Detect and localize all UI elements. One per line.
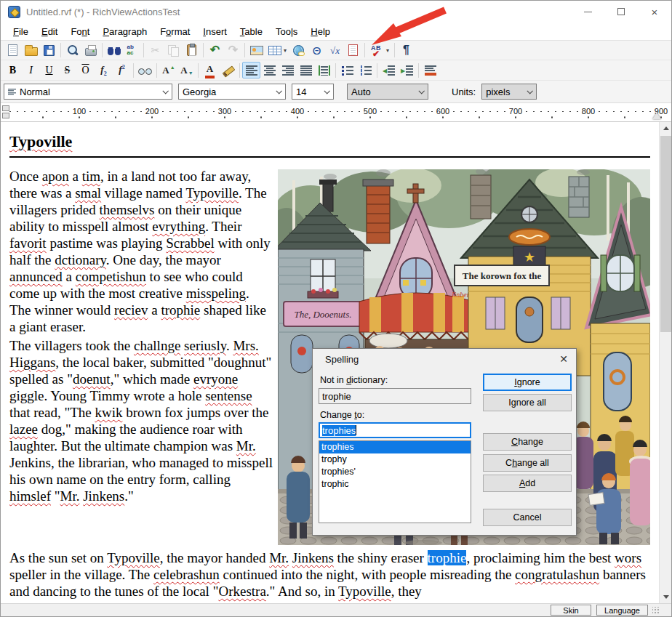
find-button[interactable]	[105, 42, 123, 59]
title-bar: Untitled.rvf (*) - RichViewActionsTest ×	[1, 1, 671, 23]
text-run: ." And so, in	[266, 584, 338, 599]
insert-image-button[interactable]	[247, 42, 265, 59]
add-button[interactable]: Add	[483, 475, 572, 492]
paste-button[interactable]	[183, 42, 201, 59]
change-button[interactable]: Change	[483, 433, 572, 451]
close-button[interactable]: ×	[638, 1, 671, 23]
align-center-button[interactable]	[260, 62, 279, 78]
increase-indent-button[interactable]: ▶	[398, 62, 416, 78]
menu-help[interactable]: Help	[304, 25, 337, 39]
chevron-down-icon	[162, 88, 168, 94]
print-button[interactable]	[81, 42, 100, 59]
cancel-button[interactable]: Cancel	[483, 509, 572, 526]
font-name-combo[interactable]: Georgia	[178, 84, 286, 100]
maximize-button[interactable]	[604, 1, 638, 23]
suggestion-item[interactable]: trophies'	[319, 466, 471, 478]
align-left-button[interactable]	[242, 62, 260, 78]
language-button[interactable]: Language	[596, 605, 648, 616]
hyperlink-button[interactable]	[289, 42, 308, 59]
resize-grip[interactable]	[652, 607, 660, 614]
open-button[interactable]	[22, 42, 40, 59]
overline-glyph: O	[81, 65, 89, 76]
replace-button[interactable]: abac	[123, 42, 141, 59]
overline-button[interactable]: O	[76, 62, 95, 78]
subscript-button[interactable]: f2	[95, 62, 113, 78]
justify-button[interactable]	[297, 62, 315, 78]
scroll-up-button[interactable]	[660, 122, 671, 134]
formatting-marks-button[interactable]: ¶	[397, 42, 415, 59]
bullet-list-glyph	[342, 65, 353, 76]
suggestions-list[interactable]: trophiestrophytrophies'trophic	[319, 440, 471, 523]
menu-insert[interactable]: Insert	[196, 25, 233, 39]
paste-glyph	[187, 44, 196, 56]
new-document-glyph	[8, 44, 17, 56]
redo-button[interactable]: ↷	[224, 42, 242, 59]
equation-button[interactable]: √x	[326, 42, 344, 59]
minimize-button[interactable]	[571, 1, 604, 23]
scrollbar-thumb[interactable]	[660, 136, 671, 332]
highlight-button[interactable]	[219, 62, 237, 78]
menu-font[interactable]: Font	[64, 25, 96, 39]
suggestion-item[interactable]: trophic	[319, 478, 471, 491]
insert-symbol-button[interactable]: Θ	[308, 42, 326, 59]
toolbar-separator	[203, 43, 204, 57]
bold-button[interactable]: B	[4, 62, 22, 78]
undo-button[interactable]: ↶	[206, 42, 224, 59]
copy-button[interactable]	[164, 42, 183, 59]
menu-file[interactable]: File	[7, 25, 35, 39]
menu-tools[interactable]: Tools	[269, 25, 304, 39]
grow-font-button[interactable]: A▲	[159, 62, 177, 78]
insert-document-button[interactable]	[344, 42, 362, 59]
superscript-glyph: f2	[119, 64, 124, 76]
font-size-combo[interactable]: 14	[292, 84, 334, 100]
distribute-button[interactable]	[315, 62, 333, 78]
units-value: pixels	[486, 86, 510, 97]
print-preview-button[interactable]	[63, 42, 81, 59]
menu-table[interactable]: Table	[233, 25, 269, 39]
scroll-down-button[interactable]	[660, 591, 671, 603]
text-run: a	[69, 169, 82, 184]
menu-paragraph[interactable]: Paragraph	[96, 25, 153, 39]
cut-button[interactable]: ✂	[146, 42, 164, 59]
paragraph-shading-button[interactable]	[421, 62, 439, 78]
toolbar-separator	[394, 43, 395, 57]
change-to-field[interactable]: trophies	[319, 422, 471, 438]
change-all-button[interactable]: Change all	[483, 454, 572, 472]
menu-format[interactable]: Format	[153, 25, 196, 39]
skin-button[interactable]: Skin	[551, 605, 591, 616]
new-document-button[interactable]	[4, 42, 22, 59]
vertical-scrollbar[interactable]	[659, 122, 671, 603]
strikethrough-button[interactable]: S	[58, 62, 76, 78]
misspelled-word-value: trophie	[322, 391, 351, 402]
dialog-close-button[interactable]: ✕	[551, 349, 576, 369]
italic-button[interactable]: I	[22, 62, 40, 78]
font-color-button[interactable]: A	[201, 62, 219, 78]
suggestion-item[interactable]: trophy	[319, 453, 471, 466]
indent-marker-left[interactable]	[2, 105, 9, 119]
hidden-text-button[interactable]	[136, 62, 154, 78]
change-to-value: trophies	[322, 425, 356, 436]
spell-check-button[interactable]: AB✔▾	[367, 42, 392, 59]
ignore-all-button[interactable]: Ignore all	[483, 394, 572, 411]
bullet-list-button[interactable]	[338, 62, 356, 78]
font-color-combo[interactable]: Auto	[347, 84, 428, 100]
save-button[interactable]	[40, 42, 58, 59]
text-run: . One day, the mayor	[106, 252, 221, 267]
insert-table-button[interactable]: ▾	[265, 42, 289, 59]
numbered-list-button[interactable]	[356, 62, 375, 78]
decrease-indent-button[interactable]: ◀	[380, 62, 398, 78]
text-run: continued into the night, with people mi…	[220, 567, 515, 582]
align-right-button[interactable]	[279, 62, 297, 78]
indent-marker-right[interactable]	[652, 113, 661, 119]
toolbar-separator	[102, 43, 103, 57]
superscript-button[interactable]: f2	[113, 62, 131, 78]
not-in-dictionary-field[interactable]: trophie	[319, 388, 471, 404]
ignore-button[interactable]: Ignore	[483, 374, 572, 391]
suggestion-item[interactable]: trophies	[319, 441, 471, 453]
misspelled-word: evrything	[152, 219, 205, 234]
units-combo[interactable]: pixels	[481, 84, 537, 100]
paragraph-style-combo[interactable]: Normal	[4, 84, 172, 100]
shrink-font-button[interactable]: A▼	[177, 62, 196, 78]
underline-button[interactable]: U	[40, 62, 58, 78]
menu-edit[interactable]: Edit	[35, 25, 64, 39]
